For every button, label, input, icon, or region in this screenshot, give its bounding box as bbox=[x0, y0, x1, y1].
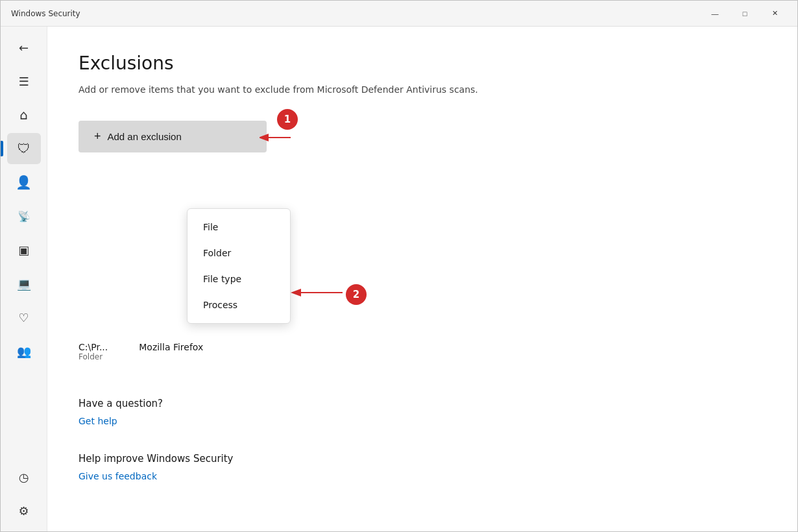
page-description: Add or remove items that you want to exc… bbox=[79, 84, 766, 95]
device-icon: 💻 bbox=[17, 277, 31, 291]
sidebar-item-device[interactable]: 💻 bbox=[7, 268, 41, 299]
improve-section: Help improve Windows Security Give us fe… bbox=[79, 453, 766, 482]
sidebar-item-network[interactable]: 📡 bbox=[7, 200, 41, 232]
exclusion-item-1: Mozilla Firefox bbox=[139, 342, 203, 361]
window-title: Windows Security bbox=[11, 9, 80, 18]
family-icon: 👥 bbox=[17, 345, 31, 358]
sidebar-item-menu[interactable]: ☰ bbox=[7, 66, 41, 97]
sidebar-item-family[interactable]: 👥 bbox=[7, 335, 41, 367]
exclusion-item-0: C:\Pr... Folder bbox=[79, 342, 108, 361]
dropdown-item-filetype[interactable]: File type bbox=[187, 266, 290, 292]
plus-icon: + bbox=[94, 130, 101, 143]
account-icon: 👤 bbox=[16, 175, 32, 190]
sidebar-item-shield[interactable]: 🛡 bbox=[7, 133, 41, 164]
dropdown-item-folder[interactable]: Folder bbox=[187, 240, 290, 266]
exclusion-path-0: C:\Pr... bbox=[79, 342, 108, 352]
maximize-button[interactable]: □ bbox=[730, 3, 760, 24]
page-title: Exclusions bbox=[79, 53, 766, 74]
dropdown-item-file[interactable]: File bbox=[187, 214, 290, 240]
help-section: Have a question? Get help bbox=[79, 398, 766, 427]
main-layout: ← ☰ ⌂ 🛡 👤 📡 ▣ 💻 ♡ bbox=[1, 27, 797, 531]
sidebar-item-apps[interactable]: ▣ bbox=[7, 234, 41, 265]
exclusion-path-1: Mozilla Firefox bbox=[139, 342, 203, 352]
sidebar-item-back[interactable]: ← bbox=[7, 32, 41, 63]
sidebar-item-account[interactable]: 👤 bbox=[7, 167, 41, 198]
feedback-link[interactable]: Give us feedback bbox=[79, 471, 157, 481]
history-icon: ◷ bbox=[19, 470, 29, 484]
titlebar: Windows Security — □ ✕ bbox=[1, 1, 797, 27]
home-icon: ⌂ bbox=[19, 107, 28, 123]
get-help-link[interactable]: Get help bbox=[79, 416, 117, 426]
settings-icon: ⚙ bbox=[18, 504, 29, 518]
sidebar: ← ☰ ⌂ 🛡 👤 📡 ▣ 💻 ♡ bbox=[1, 27, 47, 531]
apps-icon: ▣ bbox=[18, 243, 29, 257]
content-area: Exclusions Add or remove items that you … bbox=[47, 27, 797, 531]
sidebar-item-settings[interactable]: ⚙ bbox=[7, 495, 41, 526]
exclusions-list: C:\Pr... Folder Mozilla Firefox bbox=[79, 342, 766, 367]
annotation-2: 2 bbox=[346, 284, 367, 305]
shield-icon: 🛡 bbox=[18, 141, 30, 156]
add-exclusion-container: + Add an exclusion 1 bbox=[79, 121, 267, 168]
exclusion-type-0: Folder bbox=[79, 352, 108, 361]
sidebar-item-history[interactable]: ◷ bbox=[7, 461, 41, 492]
exclusion-dropdown: File Folder File type Process bbox=[187, 208, 291, 324]
back-icon: ← bbox=[19, 41, 29, 54]
hamburger-icon: ☰ bbox=[18, 75, 29, 88]
health-icon: ♡ bbox=[18, 311, 29, 324]
annotation-1: 1 bbox=[277, 109, 298, 130]
window-controls: — □ ✕ bbox=[700, 3, 790, 24]
sidebar-item-health[interactable]: ♡ bbox=[7, 302, 41, 333]
add-exclusion-label: Add an exclusion bbox=[108, 131, 182, 142]
help-title: Have a question? bbox=[79, 398, 766, 409]
minimize-button[interactable]: — bbox=[700, 3, 730, 24]
close-button[interactable]: ✕ bbox=[760, 3, 790, 24]
add-exclusion-button[interactable]: + Add an exclusion bbox=[79, 121, 267, 152]
dropdown-item-process[interactable]: Process bbox=[187, 292, 290, 318]
improve-title: Help improve Windows Security bbox=[79, 453, 766, 465]
network-icon: 📡 bbox=[18, 210, 30, 223]
sidebar-item-home[interactable]: ⌂ bbox=[7, 99, 41, 130]
window: Windows Security — □ ✕ ← ☰ ⌂ 🛡 👤 bbox=[0, 0, 798, 532]
